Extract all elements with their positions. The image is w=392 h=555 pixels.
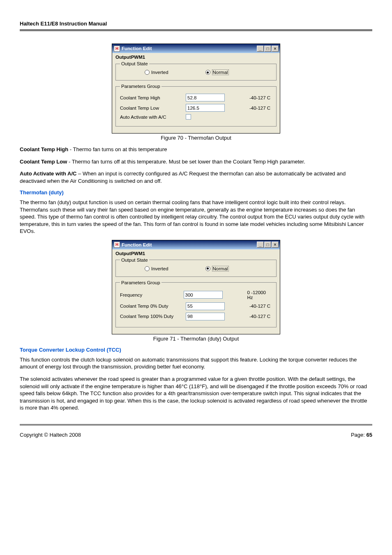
param-label: Coolant Temp 100% Duty xyxy=(120,314,186,319)
radio-inverted-label: Inverted xyxy=(151,266,168,271)
param-range: -40-127 C xyxy=(249,106,270,111)
coolant-low-input[interactable] xyxy=(186,104,225,112)
parameters-group: Parameters Group Coolant Temp High -40-1… xyxy=(115,84,277,127)
radio-normal[interactable] xyxy=(205,70,210,75)
app-icon: H xyxy=(114,242,120,248)
dialog-title: Function Edit xyxy=(122,242,152,247)
radio-inverted[interactable] xyxy=(145,70,150,75)
output-state-group: Output State Inverted Normal xyxy=(115,61,277,81)
definition: - Thermo fan turns off at this temperatu… xyxy=(67,159,305,165)
function-edit-dialog-2: H Function Edit _ □ × OutputPWM1 Output … xyxy=(112,240,280,334)
figure-caption-71: Figure 71 - Thermofan (duty) Output xyxy=(20,336,372,342)
term: Auto Activate with A/C xyxy=(20,170,76,177)
maximize-button[interactable]: □ xyxy=(264,242,271,248)
definition: - Thermo fan turns on at this temperatur… xyxy=(68,146,167,152)
auto-activate-desc: Auto Activate with A/C – When an input i… xyxy=(20,170,372,184)
term: Coolant Temp Low xyxy=(20,159,67,165)
tcc-body-2: The solenoid activates whenever the road… xyxy=(20,375,372,412)
section-thermofan-duty: Thermofan (duty) xyxy=(20,189,372,196)
coolant-low-desc: Coolant Temp Low - Thermo fan turns off … xyxy=(20,158,372,166)
maximize-button[interactable]: □ xyxy=(264,46,271,52)
output-name: OutputPWM1 xyxy=(115,55,277,60)
duty-0-input[interactable] xyxy=(186,302,225,310)
parameters-group: Parameters Group Frequency 0 -12000 Hz C… xyxy=(115,280,277,327)
radio-inverted[interactable] xyxy=(145,266,150,271)
copyright: Copyright © Haltech 2008 xyxy=(20,432,81,438)
thermofan-duty-body: The thermo fan (duty) output function is… xyxy=(20,199,372,235)
param-row-frequency: Frequency 0 -12000 Hz xyxy=(120,290,272,300)
radio-normal[interactable] xyxy=(205,266,210,271)
param-label: Frequency xyxy=(120,292,184,297)
minimize-button[interactable]: _ xyxy=(257,242,264,248)
page-label: Page: xyxy=(351,432,367,438)
header-rule xyxy=(20,29,372,31)
radio-normal-label: Normal xyxy=(212,266,229,272)
dialog-title: Function Edit xyxy=(122,46,152,51)
term: Coolant Temp High xyxy=(20,146,68,152)
coolant-high-input[interactable] xyxy=(186,94,225,101)
param-row-auto-activate: Auto Activate with A/C xyxy=(120,114,272,120)
output-state-legend: Output State xyxy=(120,258,149,263)
param-row-duty-100: Coolant Temp 100% Duty -40-127 C xyxy=(120,313,272,320)
close-button[interactable]: × xyxy=(272,242,279,248)
radio-inverted-label: Inverted xyxy=(151,70,168,75)
coolant-high-desc: Coolant Temp High - Thermo fan turns on … xyxy=(20,146,372,153)
param-range: 0 -12000 Hz xyxy=(247,290,272,300)
output-state-group: Output State Inverted Normal xyxy=(115,258,277,277)
tcc-body-1: This function controls the clutch lockup… xyxy=(20,356,372,371)
parameters-legend: Parameters Group xyxy=(120,280,161,285)
footer-rule xyxy=(20,424,372,426)
page-num: 65 xyxy=(367,432,372,438)
output-name: OutputPWM1 xyxy=(115,251,277,256)
param-range: -40-127 C xyxy=(249,95,270,100)
radio-normal-label: Normal xyxy=(212,69,229,75)
page-header: Haltech E11/E8 Instruction Manual xyxy=(20,21,372,27)
section-tcc: Torque Converter Lockup Control (TCC) xyxy=(20,347,372,353)
figure-caption-70: Figure 70 - Thermofan Output xyxy=(20,135,372,141)
duty-100-input[interactable] xyxy=(186,313,225,320)
function-edit-dialog-1: H Function Edit _ □ × OutputPWM1 Output … xyxy=(112,44,280,134)
parameters-legend: Parameters Group xyxy=(120,84,161,89)
auto-activate-checkbox[interactable] xyxy=(186,114,191,120)
param-range: -40-127 C xyxy=(249,304,270,309)
page-number: Page: 65 xyxy=(351,432,372,438)
param-label: Coolant Temp 0% Duty xyxy=(120,304,186,309)
param-label: Coolant Temp High xyxy=(120,95,186,100)
close-button[interactable]: × xyxy=(272,46,279,52)
param-row-coolant-high: Coolant Temp High -40-127 C xyxy=(120,94,272,101)
dialog-titlebar: H Function Edit _ □ × xyxy=(112,44,280,53)
frequency-input[interactable] xyxy=(184,291,223,299)
dialog-titlebar: H Function Edit _ □ × xyxy=(112,240,280,249)
app-icon: H xyxy=(114,46,120,52)
param-range: -40-127 C xyxy=(249,314,270,319)
param-label: Coolant Temp Low xyxy=(120,106,186,111)
minimize-button[interactable]: _ xyxy=(257,46,264,52)
param-row-coolant-low: Coolant Temp Low -40-127 C xyxy=(120,104,272,112)
output-state-legend: Output State xyxy=(120,61,149,66)
param-row-duty-0: Coolant Temp 0% Duty -40-127 C xyxy=(120,302,272,310)
param-label: Auto Activate with A/C xyxy=(120,115,186,120)
